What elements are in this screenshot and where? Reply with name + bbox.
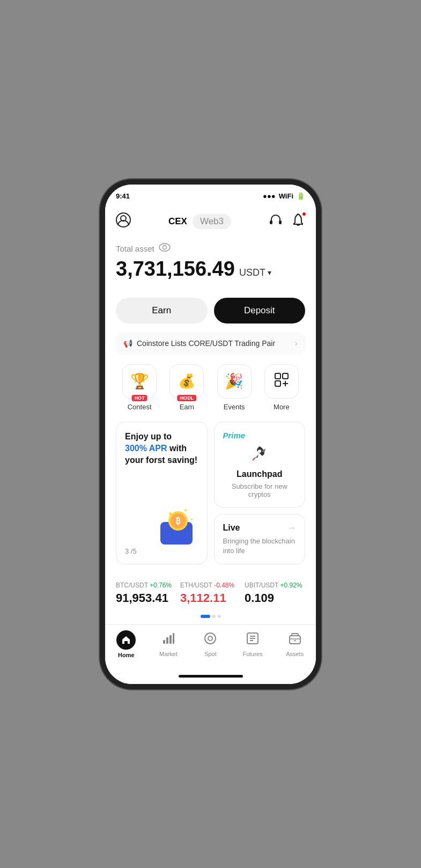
announcement-bar[interactable]: 📢 Coinstore Lists CORE/USDT Trading Pair… [116,332,305,355]
web3-tab[interactable]: Web3 [193,214,231,229]
ubit-price: 0.109 [245,591,305,605]
launchpad-subtitle: Subscribe for new cryptos [223,482,297,498]
svg-text:✦: ✦ [183,507,188,513]
ubit-pair: UBIT/USDT +0.92% [245,582,305,589]
svg-rect-19 [163,640,165,644]
nav-futures[interactable]: Futures [237,631,269,657]
nav-spot[interactable]: Spot [194,631,226,657]
headset-icon[interactable] [269,213,283,230]
more-icon-box [264,364,299,399]
promo-prefix: Enjoy up to [125,432,172,441]
assets-icon [288,631,302,649]
announcement-text: Coinstore Lists CORE/USDT Trading Pair [137,339,275,348]
eye-icon[interactable] [159,243,171,254]
market-label: Market [159,651,178,657]
events-label: Events [224,403,245,411]
prime-label: Prime [223,431,246,440]
earn-icon-box: 💰 HODL [169,364,204,399]
announcement-icon: 📢 [123,339,132,348]
svg-point-4 [159,244,170,251]
more-icon-item[interactable]: More [264,364,299,411]
svg-point-29 [294,639,296,641]
svg-rect-3 [279,220,282,224]
right-column: Prime Launchpad Subscrib [214,422,306,564]
asset-label-text: Total asset [116,244,154,253]
svg-text:₿: ₿ [176,516,180,525]
top-nav: CEX Web3 [105,208,316,238]
bottom-nav: Home Market Spot [105,624,316,669]
deposit-button[interactable]: Deposit [214,298,306,323]
cex-tab[interactable]: CEX [168,216,187,227]
hodl-badge: HODL [178,395,197,401]
spot-icon [203,631,217,649]
btc-pair: BTC/USDT +0.76% [116,582,180,589]
nav-assets[interactable]: Assets [279,631,311,657]
nav-home[interactable]: Home [110,630,142,658]
contest-icon: 🏆 [130,372,149,390]
ticker-btc[interactable]: BTC/USDT +0.76% 91,953.41 [116,582,180,605]
live-arrow-icon: → [287,523,296,533]
dot-2 [212,615,216,618]
rocket-icon [250,444,269,466]
promo-card[interactable]: Enjoy up to 300% APR withyour forst savi… [116,422,208,564]
futures-label: Futures [242,651,262,657]
live-subtitle: Bringing the blockchain into life [223,537,295,555]
promo-text: Enjoy up to 300% APR withyour forst savi… [125,431,198,467]
svg-rect-8 [275,381,280,386]
svg-point-23 [205,633,216,644]
cards-grid: Enjoy up to 300% APR withyour forst savi… [116,422,305,564]
ticker-dots [116,612,305,624]
market-icon [161,631,175,649]
btc-price: 91,953.41 [116,591,180,605]
home-icon [116,630,136,650]
svg-point-18 [258,450,261,453]
announcement-arrow-icon: › [295,339,298,348]
profile-icon[interactable] [116,212,131,231]
home-bar [179,675,243,678]
earn-icon: 💰 [178,373,195,389]
quick-icons: 🏆 HOT Contest 💰 HODL Earn 🎉 Events [116,364,305,411]
assets-label: Assets [286,651,304,657]
live-card[interactable]: Live → Bringing the blockchain into life [214,514,306,564]
earn-label: Earn [180,403,194,411]
home-label: Home [118,652,135,658]
svg-text:✦: ✦ [190,517,194,522]
earn-button[interactable]: Earn [116,298,208,323]
svg-text:✦: ✦ [167,510,174,518]
dot-3 [218,615,221,618]
events-icon: 🎉 [225,372,243,390]
eth-price: 3,112.11 [180,591,245,605]
launchpad-card[interactable]: Prime Launchpad Subscrib [214,422,306,507]
asset-section: Total asset 3,731,156.49 USDT ▾ [116,238,305,289]
events-icon-box: 🎉 [217,364,252,399]
svg-rect-7 [283,373,288,379]
more-icon [274,372,290,391]
hot-badge: HOT [132,395,147,401]
live-title: Live [223,523,240,533]
bell-icon[interactable] [291,213,305,230]
eth-pair: ETH/USDT -0.48% [180,582,245,589]
nav-market[interactable]: Market [152,631,184,657]
svg-rect-21 [169,635,172,644]
ticker-ubit[interactable]: UBIT/USDT +0.92% 0.109 [245,582,305,605]
svg-rect-20 [166,637,168,644]
svg-point-5 [163,245,166,249]
dot-1 [201,615,210,618]
more-label: More [274,403,290,411]
contest-icon-box: 🏆 HOT [122,364,157,399]
currency-dropdown-icon[interactable]: ▾ [268,268,271,277]
asset-amount-value: 3,731,156.49 [116,258,235,281]
contest-icon-item[interactable]: 🏆 HOT Contest [122,364,157,411]
spot-label: Spot [204,651,217,657]
contest-label: Contest [128,403,152,411]
promo-illustration: ₿ ✦ ✦ ✦ [152,501,201,555]
futures-icon [246,631,260,649]
svg-rect-22 [173,633,174,644]
ticker-bar: BTC/USDT +0.76% 91,953.41 ETH/USDT -0.48… [116,575,305,612]
events-icon-item[interactable]: 🎉 Events [217,364,252,411]
earn-icon-item[interactable]: 💰 HODL Earn [169,364,204,411]
svg-rect-2 [270,220,272,224]
launchpad-title: Launchpad [237,469,282,479]
svg-rect-6 [275,373,280,379]
ticker-eth[interactable]: ETH/USDT -0.48% 3,112.11 [180,582,245,605]
